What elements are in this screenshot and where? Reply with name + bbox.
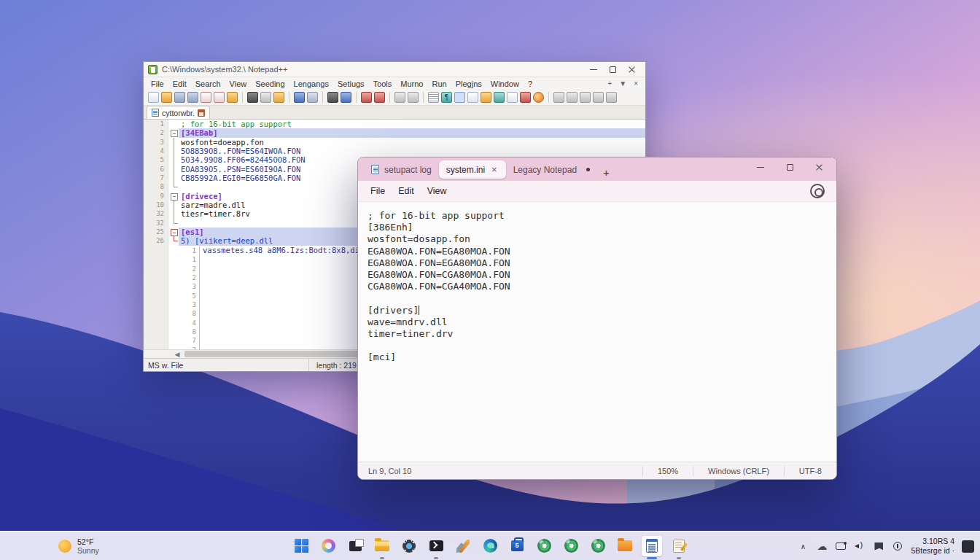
open-icon[interactable] bbox=[161, 92, 172, 103]
app-disc-icon[interactable] bbox=[588, 536, 608, 556]
paste-icon[interactable] bbox=[273, 92, 284, 103]
tab-system-ini[interactable]: system.ini× bbox=[439, 160, 506, 179]
close-doc-shortcut[interactable]: × bbox=[634, 79, 638, 88]
editor-line[interactable]: 45O8839O8..FON=ES64IWOA.FON bbox=[144, 147, 645, 155]
minimize-button[interactable] bbox=[746, 158, 775, 176]
close-icon[interactable] bbox=[201, 92, 211, 103]
show-symbols-icon[interactable]: ¶ bbox=[441, 92, 452, 103]
menu-item-murno[interactable]: Murno bbox=[396, 79, 427, 89]
new-doc-shortcut[interactable]: + bbox=[607, 79, 612, 88]
macro-play-icon[interactable] bbox=[580, 92, 591, 103]
menu-item-lengangs[interactable]: Lengangs bbox=[289, 79, 333, 89]
menu-item-seeding[interactable]: Seeding bbox=[251, 79, 289, 89]
folder-workspace-icon[interactable] bbox=[494, 92, 505, 103]
function-list-icon[interactable] bbox=[481, 92, 491, 103]
store-icon[interactable]: 5 bbox=[507, 536, 527, 556]
menu-item-edit[interactable]: Edit bbox=[168, 79, 191, 89]
doc-switcher-icon[interactable] bbox=[507, 92, 518, 103]
replace-icon[interactable] bbox=[341, 92, 351, 103]
menu-item-view[interactable]: View bbox=[421, 184, 454, 198]
print-icon[interactable] bbox=[227, 92, 238, 103]
new-file-icon[interactable] bbox=[148, 92, 159, 103]
notepad-text-area[interactable]: ; for 16-bit app support[386Enh]wosfont=… bbox=[358, 202, 836, 462]
zoom-out-icon[interactable] bbox=[374, 92, 385, 103]
sync-v-icon[interactable] bbox=[394, 92, 405, 103]
save-all-icon[interactable] bbox=[187, 92, 198, 103]
editor-line[interactable]: 2[34EBab] bbox=[144, 128, 645, 137]
fold-marker[interactable] bbox=[168, 192, 179, 201]
undo-icon[interactable] bbox=[294, 92, 305, 103]
tab-legacy-notepad[interactable]: Legacy Notepad bbox=[506, 160, 597, 179]
indent-guide-icon[interactable] bbox=[454, 92, 465, 103]
monitor-icon[interactable] bbox=[520, 92, 531, 103]
notes-app-icon[interactable] bbox=[669, 536, 689, 556]
menu-item-tools[interactable]: Tools bbox=[369, 79, 397, 89]
line-ending-status[interactable]: Windows (CRLF) bbox=[693, 466, 784, 476]
menu-item-setiugs[interactable]: Setiugs bbox=[333, 79, 369, 89]
weather-widget[interactable]: 52°F Sunny bbox=[52, 532, 105, 560]
sync-h-icon[interactable] bbox=[408, 92, 419, 103]
onedrive-cloud-icon[interactable]: ☁ bbox=[816, 536, 828, 556]
menu-item-file[interactable]: File bbox=[147, 79, 168, 89]
volume-icon[interactable] bbox=[854, 536, 866, 556]
terminal-icon[interactable] bbox=[426, 536, 446, 556]
scroll-left-arrow[interactable]: ◀ bbox=[171, 351, 183, 358]
edge-browser-icon[interactable] bbox=[480, 536, 500, 556]
close-button[interactable] bbox=[804, 158, 833, 176]
display-icon[interactable] bbox=[835, 536, 847, 556]
search-icon[interactable] bbox=[318, 536, 338, 556]
redo-icon[interactable] bbox=[307, 92, 318, 103]
fold-marker[interactable] bbox=[168, 128, 179, 137]
zoom-in-icon[interactable] bbox=[361, 92, 372, 103]
editor-line[interactable]: 3wosfont=doeapp.fon bbox=[144, 138, 645, 147]
file-explorer-icon[interactable] bbox=[372, 536, 392, 556]
macro-multi-icon[interactable] bbox=[606, 92, 617, 103]
tab-setupact-log[interactable]: setupact log bbox=[364, 160, 439, 179]
word-wrap-icon[interactable] bbox=[428, 92, 439, 103]
hidden-icons-chevron[interactable]: ∧ bbox=[797, 536, 809, 556]
settings-gear-icon[interactable] bbox=[399, 536, 419, 556]
app-disc-icon[interactable] bbox=[561, 536, 581, 556]
find-icon[interactable] bbox=[327, 92, 338, 103]
maximize-button[interactable] bbox=[775, 158, 804, 176]
settings-gear-icon[interactable] bbox=[810, 184, 825, 198]
clock[interactable]: 3.10RS 4 5Btesrge id · bbox=[911, 537, 954, 556]
start-icon[interactable] bbox=[291, 536, 311, 556]
menu-item-run[interactable]: Run bbox=[428, 79, 451, 89]
notepadpp-tab[interactable]: cyttorwbr. bbox=[147, 106, 210, 119]
encoding-status[interactable]: UTF-8 bbox=[784, 466, 836, 476]
folder-app-icon[interactable] bbox=[615, 536, 635, 556]
close-button[interactable] bbox=[622, 63, 641, 76]
notepad-icon[interactable] bbox=[642, 536, 662, 556]
cut-icon[interactable] bbox=[247, 92, 258, 103]
status-dot-icon[interactable] bbox=[533, 92, 544, 103]
macro-save-icon[interactable] bbox=[593, 92, 604, 103]
tab-close-icon[interactable]: × bbox=[490, 164, 499, 175]
menu-item-search[interactable]: Search bbox=[191, 79, 225, 89]
editor-line[interactable]: 1; for 16-bit app support bbox=[144, 120, 645, 128]
maximize-button[interactable] bbox=[603, 63, 622, 76]
fold-marker[interactable] bbox=[168, 228, 179, 236]
zoom-level-status[interactable]: 150% bbox=[642, 466, 693, 476]
input-flag-icon[interactable] bbox=[873, 536, 884, 556]
menu-item-view[interactable]: View bbox=[225, 79, 252, 89]
task-view-icon[interactable] bbox=[345, 536, 365, 556]
dev-tool-icon[interactable] bbox=[453, 536, 473, 556]
copy-icon[interactable] bbox=[260, 92, 271, 103]
pin-icon[interactable] bbox=[892, 536, 903, 556]
doc-map-icon[interactable] bbox=[467, 92, 478, 103]
minimize-button[interactable] bbox=[584, 63, 603, 76]
close-all-icon[interactable] bbox=[214, 92, 225, 103]
macro-stop-icon[interactable] bbox=[567, 92, 578, 103]
menu-item-plegjns[interactable]: Plegjns bbox=[451, 79, 486, 89]
menu-item-edit[interactable]: Edit bbox=[392, 184, 421, 198]
menu-item-window[interactable]: Window bbox=[486, 79, 524, 89]
new-tab-button[interactable]: + bbox=[597, 166, 615, 179]
menu-overflow-icon[interactable]: ▼ bbox=[619, 79, 626, 88]
app-disc-icon[interactable] bbox=[534, 536, 554, 556]
notification-center-icon[interactable] bbox=[962, 540, 974, 553]
save-icon[interactable] bbox=[174, 92, 185, 103]
macro-record-icon[interactable] bbox=[553, 92, 564, 103]
menu-item-file[interactable]: File bbox=[364, 184, 392, 198]
menu-item-[interactable]: ? bbox=[524, 79, 537, 89]
